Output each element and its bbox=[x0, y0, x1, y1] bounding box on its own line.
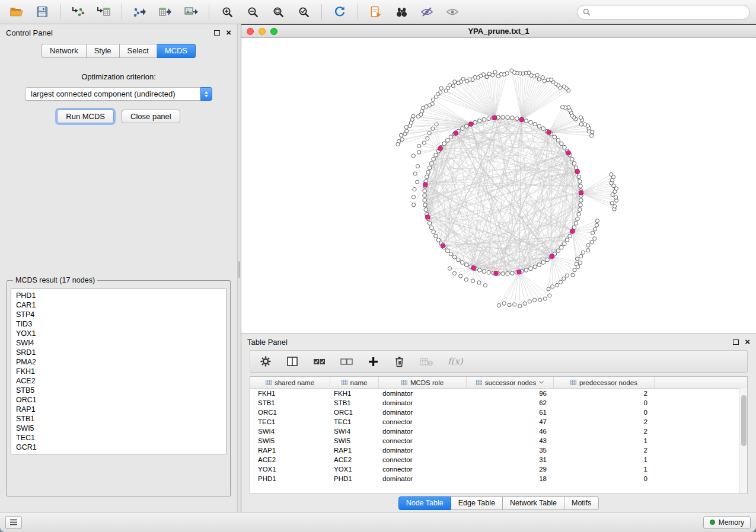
mcds-result-item[interactable]: FKH1 bbox=[11, 367, 226, 376]
memory-button[interactable]: Memory bbox=[703, 516, 751, 529]
table-row[interactable]: FKH1FKH1dominator962 bbox=[250, 389, 747, 398]
network-graph[interactable] bbox=[241, 38, 756, 334]
tab-motifs[interactable]: Motifs bbox=[564, 496, 599, 510]
cell-name: YOX1 bbox=[330, 466, 379, 473]
search-box[interactable] bbox=[577, 5, 750, 20]
cell-successor_nodes: 96 bbox=[467, 390, 554, 397]
export-network-button[interactable] bbox=[129, 3, 151, 21]
criterion-select[interactable]: largest connected component (undirected) bbox=[25, 87, 212, 101]
cell-name: ORC1 bbox=[330, 409, 379, 416]
table-row[interactable]: SWI5SWI5connector431 bbox=[250, 436, 747, 446]
delete-column-button[interactable] bbox=[394, 355, 405, 367]
table-scrollbar[interactable] bbox=[739, 388, 747, 493]
show-details-button[interactable] bbox=[442, 3, 463, 21]
close-panel-icon[interactable]: × bbox=[745, 339, 750, 345]
network-title-bar[interactable]: YPA_prune.txt_1 bbox=[241, 25, 756, 38]
table-row[interactable]: ACE2ACE2connector311 bbox=[250, 455, 747, 464]
mcds-result-list[interactable]: PHD1CAR1STP4TID3YOX1SWI4SRD1PMA2FKH1ACE2… bbox=[11, 289, 227, 454]
column-grid-icon bbox=[342, 380, 347, 385]
cell-successor_nodes: 35 bbox=[467, 447, 554, 454]
tab-style[interactable]: Style bbox=[87, 44, 120, 58]
table-row[interactable]: TEC1TEC1connector472 bbox=[250, 417, 747, 427]
import-table-button[interactable] bbox=[93, 3, 114, 21]
export-image-button[interactable] bbox=[180, 3, 202, 21]
table-row[interactable]: SWI4SWI4dominator462 bbox=[250, 427, 747, 436]
save-session-button[interactable] bbox=[31, 3, 53, 21]
column-header-name[interactable]: name bbox=[330, 377, 379, 388]
export-document-button[interactable] bbox=[365, 3, 387, 21]
table-row[interactable]: STB1STB1dominator620 bbox=[250, 398, 747, 408]
add-column-button[interactable] bbox=[368, 356, 379, 367]
mcds-result-item[interactable]: STB1 bbox=[11, 414, 226, 424]
table-row[interactable]: RAP1RAP1dominator352 bbox=[250, 446, 747, 455]
scrollbar-thumb[interactable] bbox=[741, 395, 747, 446]
run-mcds-button[interactable]: Run MCDS bbox=[57, 110, 114, 123]
mcds-result-item[interactable]: PMA2 bbox=[11, 357, 226, 367]
mcds-result-item[interactable]: GCR1 bbox=[11, 443, 226, 452]
main-toolbar bbox=[0, 0, 756, 24]
mcds-result-item[interactable]: SWI5 bbox=[11, 424, 226, 433]
window-maximize-icon[interactable] bbox=[270, 28, 277, 35]
cell-mcds_role: connector bbox=[379, 456, 467, 463]
task-history-button[interactable] bbox=[5, 516, 22, 529]
cell-successor_nodes: 46 bbox=[467, 428, 554, 435]
splitter-handle[interactable] bbox=[238, 261, 240, 278]
window-close-icon[interactable] bbox=[247, 28, 254, 35]
mcds-result-item[interactable]: SRD1 bbox=[11, 348, 226, 357]
column-header-shared-name[interactable]: shared name bbox=[250, 377, 330, 388]
mcds-result-item[interactable]: TID3 bbox=[11, 319, 226, 329]
refresh-icon bbox=[333, 5, 346, 18]
mcds-result-item[interactable]: STB5 bbox=[11, 386, 226, 395]
import-network-button[interactable] bbox=[68, 3, 89, 21]
mcds-result-item[interactable]: ACE2 bbox=[11, 376, 226, 386]
table-row[interactable]: PHD1PHD1dominator180 bbox=[250, 474, 747, 483]
column-label: name bbox=[350, 379, 368, 386]
open-session-button[interactable] bbox=[6, 3, 27, 21]
close-panel-icon[interactable]: × bbox=[226, 30, 231, 36]
column-header-mcds-role[interactable]: MCDS role bbox=[379, 377, 467, 388]
tab-node-table[interactable]: Node Table bbox=[398, 496, 451, 510]
mcds-result-item[interactable]: RAP1 bbox=[11, 405, 226, 414]
cell-predecessor_nodes: 2 bbox=[554, 447, 655, 454]
search-input[interactable] bbox=[594, 8, 744, 17]
zoom-in-button[interactable] bbox=[216, 3, 238, 21]
panel-splitter[interactable] bbox=[237, 24, 241, 512]
apply-layout-button[interactable] bbox=[329, 3, 350, 21]
show-columns-button[interactable] bbox=[286, 355, 298, 367]
mcds-result-item[interactable]: YOX1 bbox=[11, 329, 226, 338]
table-settings-button[interactable] bbox=[260, 355, 272, 367]
hide-details-button[interactable] bbox=[416, 3, 438, 21]
mcds-result-item[interactable]: PHD1 bbox=[11, 291, 226, 300]
tab-network-table[interactable]: Network Table bbox=[503, 496, 564, 510]
table-row[interactable]: YOX1YOX1connector291 bbox=[250, 464, 747, 474]
column-header-successor-nodes[interactable]: successor nodes bbox=[467, 377, 554, 388]
table-row[interactable]: ORC1ORC1dominator610 bbox=[250, 408, 747, 417]
float-panel-icon[interactable] bbox=[214, 30, 220, 36]
column-grid-icon bbox=[570, 380, 576, 385]
node-table: shared name name MCDS role successo bbox=[250, 376, 748, 494]
zoom-selected-button[interactable] bbox=[293, 3, 314, 21]
tab-select[interactable]: Select bbox=[120, 44, 157, 58]
column-header-predecessor-nodes[interactable]: predecessor nodes bbox=[554, 377, 655, 388]
tab-edge-table[interactable]: Edge Table bbox=[451, 496, 503, 510]
float-panel-icon[interactable] bbox=[733, 339, 739, 345]
zoom-fit-button[interactable] bbox=[267, 3, 289, 21]
window-minimize-icon[interactable] bbox=[259, 28, 266, 35]
export-table-button[interactable] bbox=[155, 3, 176, 21]
cell-successor_nodes: 43 bbox=[467, 437, 554, 444]
tab-network[interactable]: Network bbox=[42, 44, 87, 58]
zoom-out-button[interactable] bbox=[242, 3, 263, 21]
cell-predecessor_nodes: 2 bbox=[554, 428, 655, 435]
select-all-button[interactable] bbox=[313, 357, 326, 367]
mcds-result-item[interactable]: TEC1 bbox=[11, 433, 226, 443]
mcds-result-item[interactable]: ORC1 bbox=[11, 395, 226, 405]
network-canvas[interactable] bbox=[241, 38, 756, 334]
cell-mcds_role: dominator bbox=[379, 447, 467, 454]
find-button[interactable] bbox=[391, 3, 412, 21]
deselect-all-button[interactable] bbox=[340, 357, 353, 367]
mcds-result-item[interactable]: CAR1 bbox=[11, 300, 226, 310]
mcds-result-item[interactable]: STP4 bbox=[11, 310, 226, 319]
mcds-result-item[interactable]: SWI4 bbox=[11, 338, 226, 348]
tab-mcds[interactable]: MCDS bbox=[157, 44, 196, 58]
close-panel-button[interactable]: Close panel bbox=[122, 110, 180, 123]
